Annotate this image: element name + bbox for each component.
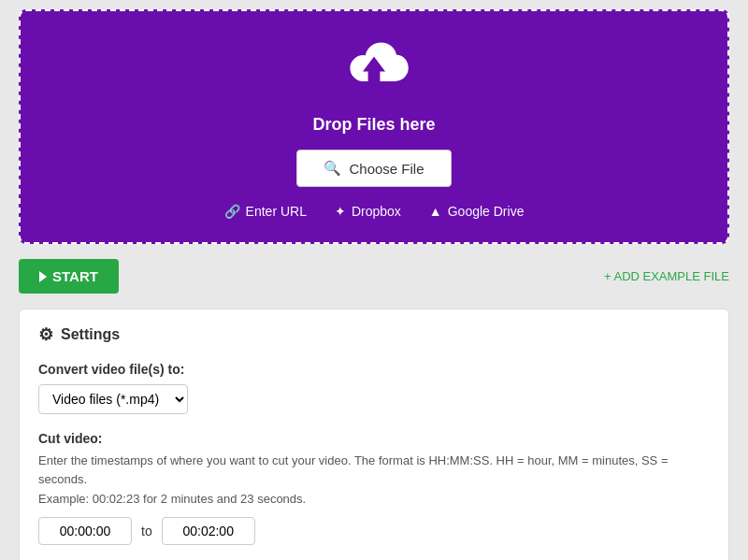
settings-title-text: Settings (61, 326, 120, 343)
time-inputs: to (38, 517, 710, 545)
external-links: 🔗 Enter URL ✦ Dropbox ▲ Google Drive (39, 204, 709, 219)
cut-video-desc: Enter the timestamps of where you want t… (38, 452, 710, 488)
cut-video-example: Example: 00:02:23 for 2 minutes and 23 s… (38, 492, 710, 506)
convert-label: Convert video file(s) to: (38, 362, 710, 377)
enter-url-label: Enter URL (246, 204, 307, 219)
google-drive-label: Google Drive (448, 204, 525, 219)
drop-files-text: Drop Files here (39, 115, 709, 135)
start-button-top[interactable]: START (19, 259, 119, 294)
format-select[interactable]: Video files (*.mp4) Video files (*.avi) … (38, 384, 188, 414)
settings-title: ⚙ Settings (38, 324, 710, 345)
time-to-input[interactable] (162, 517, 255, 545)
gear-icon: ⚙ (38, 324, 53, 345)
cut-video-label: Cut video: (38, 431, 710, 446)
link-icon: 🔗 (224, 204, 240, 219)
main-container: Drop Files here 🔍 Choose File 🔗 Enter UR… (9, 9, 739, 560)
dropbox-link[interactable]: ✦ Dropbox (335, 204, 401, 219)
cut-video-group: Cut video: Enter the timestamps of where… (38, 431, 710, 545)
top-toolbar: START + ADD EXAMPLE FILE (19, 255, 729, 297)
time-to-word: to (141, 524, 152, 538)
choose-file-button[interactable]: 🔍 Choose File (296, 150, 451, 187)
google-drive-icon: ▲ (429, 204, 442, 219)
search-icon: 🔍 (324, 160, 341, 177)
convert-format-group: Convert video file(s) to: Video files (*… (38, 362, 710, 414)
upload-cloud-icon (337, 39, 411, 108)
add-example-label: + ADD EXAMPLE FILE (604, 269, 729, 283)
drop-zone[interactable]: Drop Files here 🔍 Choose File 🔗 Enter UR… (19, 9, 729, 244)
dropbox-icon: ✦ (335, 204, 346, 219)
dropbox-label: Dropbox (352, 204, 401, 219)
add-example-link[interactable]: + ADD EXAMPLE FILE (604, 269, 729, 283)
time-from-input[interactable] (38, 517, 132, 545)
settings-panel: ⚙ Settings Convert video file(s) to: Vid… (19, 309, 729, 560)
google-drive-link[interactable]: ▲ Google Drive (429, 204, 525, 219)
start-label-top: START (52, 268, 98, 284)
enter-url-link[interactable]: 🔗 Enter URL (224, 204, 307, 219)
chevron-right-icon (39, 271, 47, 282)
choose-file-label: Choose File (349, 161, 424, 177)
